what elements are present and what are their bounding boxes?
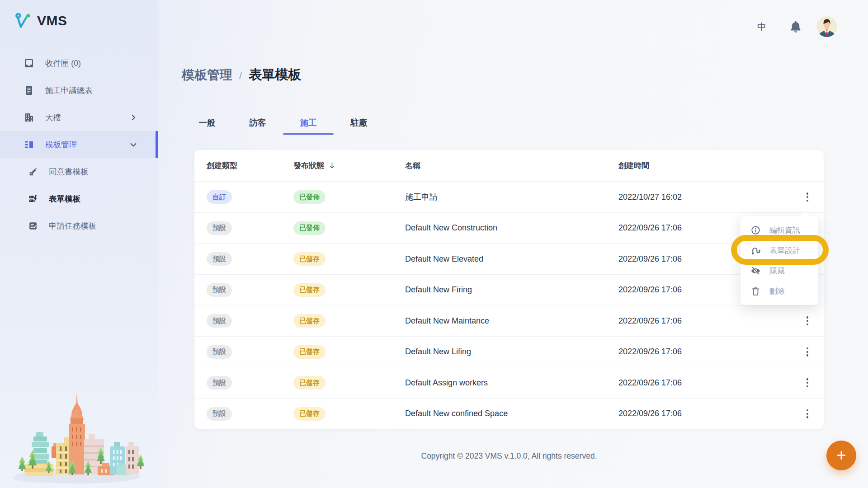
sidebar-item-label: 表單模板 xyxy=(49,193,80,204)
table-row: 預設 已儲存 Default New Elevated 2022/09/26 1… xyxy=(194,243,824,274)
template-name: Default Assign workers xyxy=(405,378,488,388)
template-table-card: 創建類型 發布狀態 名稱 創建時間 自訂 已發佈 施工申請 2022/10/27… xyxy=(194,150,824,429)
menu-item-label: 表單設計 xyxy=(769,245,800,256)
sidebar-item-template-mgmt[interactable]: 模板管理 xyxy=(0,131,158,158)
tab-label: 施工 xyxy=(300,117,317,128)
consent-icon xyxy=(28,167,38,177)
status-badge: 已儲存 xyxy=(293,407,326,421)
row-context-menu: 編輯資訊 表單設計 隱藏 刪除 xyxy=(741,216,818,305)
sidebar-item-inbox[interactable]: 收件匣 (0) xyxy=(0,50,158,77)
tab-general[interactable]: 一般 xyxy=(182,110,232,135)
row-actions-button[interactable] xyxy=(800,367,815,399)
bell-icon[interactable] xyxy=(788,19,803,34)
type-badge: 預設 xyxy=(207,252,232,266)
menu-item-form-design[interactable]: 表單設計 xyxy=(741,240,818,261)
sidebar-item-construction-list[interactable]: 施工申請總表 xyxy=(0,77,158,104)
tasks-icon xyxy=(28,221,38,231)
type-badge: 預設 xyxy=(207,407,232,421)
table-row: 自訂 已發佈 施工申請 2022/10/27 16:02 xyxy=(194,181,824,212)
created-time: 2022/09/26 17:06 xyxy=(618,347,682,357)
column-header[interactable]: 發布狀態 xyxy=(293,150,336,181)
created-time: 2022/09/26 17:06 xyxy=(618,409,682,418)
route-icon xyxy=(750,245,761,256)
column-header[interactable]: 創建類型 xyxy=(207,150,237,181)
tab-label: 駐廠 xyxy=(351,117,368,128)
table-header-row: 創建類型 發布狀態 名稱 創建時間 xyxy=(194,150,824,181)
menu-item-label: 編輯資訊 xyxy=(769,225,800,235)
copyright-text: Copyright © 2023 VMS v.1.0.0, All rights… xyxy=(194,451,824,461)
sidebar-item-label: 模板管理 xyxy=(45,139,77,150)
brand-text: VMS xyxy=(37,13,67,28)
sidebar-item-label: 同意書模板 xyxy=(49,166,89,177)
trash-icon xyxy=(750,286,761,296)
sidebar-item-consent-template[interactable]: 同意書模板 xyxy=(0,158,158,185)
app-logo: VMS xyxy=(0,0,158,30)
sidebar-nav: 收件匣 (0) 施工申請總表 大樓 模板管理 同意書模板 表單模板 申請任務模板 xyxy=(0,50,158,239)
tab-construction[interactable]: 施工 xyxy=(283,110,334,135)
template-name: Default New Firing xyxy=(405,285,472,295)
breadcrumb-separator: / xyxy=(239,70,242,82)
row-actions-button[interactable] xyxy=(800,305,815,337)
row-actions-button[interactable] xyxy=(800,399,815,430)
menu-item-edit-info[interactable]: 編輯資訊 xyxy=(741,220,818,240)
created-time: 2022/09/26 17:06 xyxy=(618,378,682,388)
template-name: Default New Lifing xyxy=(405,347,471,357)
status-badge: 已儲存 xyxy=(293,314,326,328)
created-time: 2022/09/26 17:06 xyxy=(618,254,682,264)
table-row: 預設 已儲存 Default New Maintance 2022/09/26 … xyxy=(194,305,824,336)
breadcrumb-parent[interactable]: 模板管理 xyxy=(182,66,232,84)
language-toggle-button[interactable]: 中 xyxy=(753,18,770,35)
user-avatar[interactable] xyxy=(816,16,837,37)
eye-off-icon xyxy=(750,266,761,276)
type-badge: 預設 xyxy=(207,314,232,328)
column-header[interactable]: 名稱 xyxy=(405,150,420,181)
building-icon xyxy=(24,112,34,123)
sidebar-item-task-template[interactable]: 申請任務模板 xyxy=(0,212,158,239)
chevron-right-icon xyxy=(129,113,138,122)
tab-label: 一般 xyxy=(199,117,216,128)
inbox-icon xyxy=(24,58,34,69)
template-name: Default New Elevated xyxy=(405,254,483,264)
chevron-down-icon xyxy=(129,140,138,149)
sidebar: VMS 收件匣 (0) 施工申請總表 大樓 模板管理 同意書模板 表單模板 申請… xyxy=(0,0,158,488)
vms-logo-icon xyxy=(13,12,31,30)
status-badge: 已發佈 xyxy=(293,190,326,204)
menu-item-label: 刪除 xyxy=(769,286,785,296)
template-icon xyxy=(24,139,34,150)
template-name: Default New Maintance xyxy=(405,316,489,326)
type-badge: 預設 xyxy=(207,221,232,235)
tab-resident[interactable]: 駐廠 xyxy=(334,110,384,135)
breadcrumb: 模板管理 / 表單模板 xyxy=(182,66,301,84)
sidebar-item-label: 施工申請總表 xyxy=(45,85,93,96)
add-template-fab[interactable]: + xyxy=(826,441,856,470)
sort-desc-icon[interactable] xyxy=(328,161,336,170)
table-row: 預設 已儲存 Default New confined Space 2022/0… xyxy=(194,398,824,429)
tab-label: 訪客 xyxy=(250,117,266,128)
type-badge: 預設 xyxy=(207,283,232,297)
row-actions-button[interactable] xyxy=(800,182,815,213)
status-badge: 已發佈 xyxy=(293,221,326,235)
construction-list-icon xyxy=(24,85,34,96)
template-name: Default New Construction xyxy=(405,223,497,233)
row-actions-button[interactable] xyxy=(800,337,815,368)
table-row: 預設 已儲存 Default New Lifing 2022/09/26 17:… xyxy=(194,336,824,367)
table-body: 自訂 已發佈 施工申請 2022/10/27 16:02 預設 已發佈 Defa… xyxy=(194,181,824,429)
menu-item-delete[interactable]: 刪除 xyxy=(741,281,818,301)
sidebar-item-label: 大樓 xyxy=(45,112,61,123)
table-row: 預設 已儲存 Default New Firing 2022/09/26 17:… xyxy=(194,274,824,305)
status-badge: 已儲存 xyxy=(293,345,326,359)
tab-visitor[interactable]: 訪客 xyxy=(232,110,283,135)
form-icon xyxy=(28,194,38,204)
created-time: 2022/09/26 17:06 xyxy=(618,285,682,295)
template-name: 施工申請 xyxy=(405,192,438,202)
created-time: 2022/10/27 16:02 xyxy=(618,192,682,202)
sidebar-item-building[interactable]: 大樓 xyxy=(0,104,158,131)
table-row: 預設 已儲存 Default Assign workers 2022/09/26… xyxy=(194,367,824,398)
column-header[interactable]: 創建時間 xyxy=(618,150,649,181)
template-name: Default New confined Space xyxy=(405,409,508,418)
menu-item-label: 隱藏 xyxy=(769,266,785,276)
tab-bar: 一般 訪客 施工 駐廠 xyxy=(182,110,384,135)
sidebar-item-form-template[interactable]: 表單模板 xyxy=(0,185,158,212)
menu-item-hide[interactable]: 隱藏 xyxy=(741,261,818,281)
sidebar-item-label: 申請任務模板 xyxy=(49,221,96,231)
